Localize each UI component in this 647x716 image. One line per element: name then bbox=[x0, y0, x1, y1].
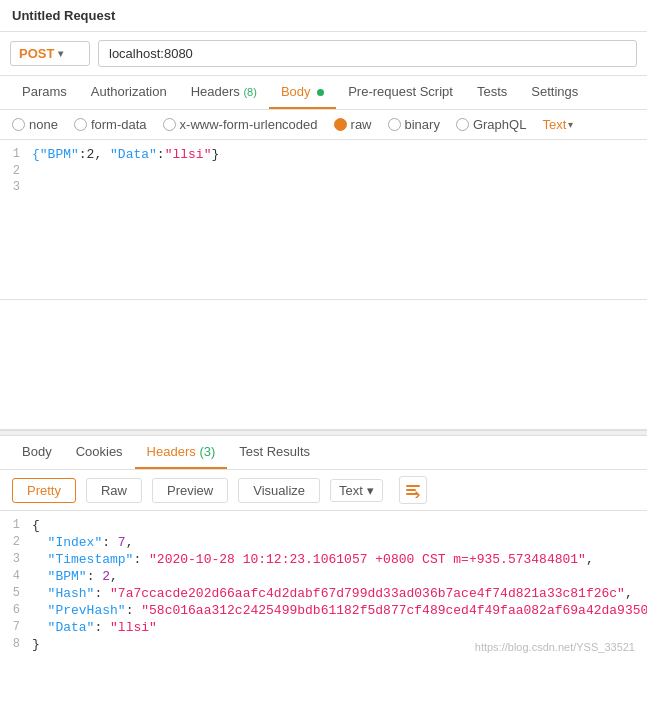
resp-line-7: 7 "Data": "llsi" bbox=[0, 619, 647, 636]
resp-line-2: 2 "Index": 7, bbox=[0, 534, 647, 551]
resp-text-dropdown[interactable]: Text ▾ bbox=[330, 479, 383, 502]
page-title: Untitled Request bbox=[12, 8, 115, 23]
response-section: 1 { 2 "Index": 7, 3 "Timestamp": "2020-1… bbox=[0, 511, 647, 659]
url-input[interactable] bbox=[98, 40, 637, 67]
editor-empty-space bbox=[0, 300, 647, 430]
format-form-data[interactable]: form-data bbox=[74, 117, 147, 132]
headers-badge: (8) bbox=[243, 86, 256, 98]
tab-tests[interactable]: Tests bbox=[465, 76, 519, 109]
radio-graphql-icon bbox=[456, 118, 469, 131]
raw-format-label: Text bbox=[542, 117, 566, 132]
tab-pre-request-script[interactable]: Pre-request Script bbox=[336, 76, 465, 109]
method-label: POST bbox=[19, 46, 54, 61]
resp-format-visualize[interactable]: Visualize bbox=[238, 478, 320, 503]
watermark: https://blog.csdn.net/YSS_33521 bbox=[475, 641, 635, 653]
resp-format-preview[interactable]: Preview bbox=[152, 478, 228, 503]
radio-binary-icon bbox=[388, 118, 401, 131]
title-bar: Untitled Request bbox=[0, 0, 647, 32]
request-tabs: Params Authorization Headers (8) Body Pr… bbox=[0, 76, 647, 110]
resp-line-1: 1 { bbox=[0, 517, 647, 534]
resp-line-3: 3 "Timestamp": "2020-10-28 10:12:23.1061… bbox=[0, 551, 647, 568]
url-bar: POST ▾ bbox=[0, 32, 647, 76]
radio-none-icon bbox=[12, 118, 25, 131]
resp-format-pretty[interactable]: Pretty bbox=[12, 478, 76, 503]
tab-settings[interactable]: Settings bbox=[519, 76, 590, 109]
radio-urlencoded-icon bbox=[163, 118, 176, 131]
resp-line-6: 6 "PrevHash": "58c016aa312c2425499bdb611… bbox=[0, 602, 647, 619]
resp-text-chevron-icon: ▾ bbox=[367, 483, 374, 498]
save-response-button[interactable] bbox=[399, 476, 427, 504]
tab-body[interactable]: Body bbox=[269, 76, 336, 109]
tab-authorization[interactable]: Authorization bbox=[79, 76, 179, 109]
resp-tab-test-results[interactable]: Test Results bbox=[227, 436, 322, 469]
format-raw[interactable]: raw bbox=[334, 117, 372, 132]
tab-params[interactable]: Params bbox=[10, 76, 79, 109]
radio-raw-icon bbox=[334, 118, 347, 131]
format-binary[interactable]: binary bbox=[388, 117, 440, 132]
response-body-viewer: 1 { 2 "Index": 7, 3 "Timestamp": "2020-1… bbox=[0, 511, 647, 659]
body-format-row: none form-data x-www-form-urlencoded raw… bbox=[0, 110, 647, 140]
request-code-line-2: 2 bbox=[0, 163, 647, 179]
resp-line-5: 5 "Hash": "7a7ccacde202d66aafc4d2dabf67d… bbox=[0, 585, 647, 602]
format-urlencoded[interactable]: x-www-form-urlencoded bbox=[163, 117, 318, 132]
raw-format-dropdown[interactable]: Text ▾ bbox=[542, 117, 573, 132]
method-select[interactable]: POST ▾ bbox=[10, 41, 90, 66]
response-tabs: Body Cookies Headers (3) Test Results bbox=[0, 436, 647, 470]
request-body-editor[interactable]: 1 {"BPM":2, "Data":"llsi"} 2 3 bbox=[0, 140, 647, 300]
resp-format-raw[interactable]: Raw bbox=[86, 478, 142, 503]
format-none[interactable]: none bbox=[12, 117, 58, 132]
resp-text-label: Text bbox=[339, 483, 363, 498]
response-format-row: Pretty Raw Preview Visualize Text ▾ bbox=[0, 470, 647, 511]
request-code-line-3: 3 bbox=[0, 179, 647, 195]
resp-tab-body[interactable]: Body bbox=[10, 436, 64, 469]
radio-form-data-icon bbox=[74, 118, 87, 131]
request-code-line-1: 1 {"BPM":2, "Data":"llsi"} bbox=[0, 146, 647, 163]
resp-line-4: 4 "BPM": 2, bbox=[0, 568, 647, 585]
resp-tab-headers[interactable]: Headers (3) bbox=[135, 436, 228, 469]
resp-headers-badge: (3) bbox=[199, 444, 215, 459]
body-dot-icon bbox=[317, 89, 324, 96]
resp-tab-cookies[interactable]: Cookies bbox=[64, 436, 135, 469]
tab-headers[interactable]: Headers (8) bbox=[179, 76, 269, 109]
format-graphql[interactable]: GraphQL bbox=[456, 117, 526, 132]
method-chevron-icon: ▾ bbox=[58, 48, 63, 59]
raw-format-chevron-icon: ▾ bbox=[568, 119, 573, 130]
